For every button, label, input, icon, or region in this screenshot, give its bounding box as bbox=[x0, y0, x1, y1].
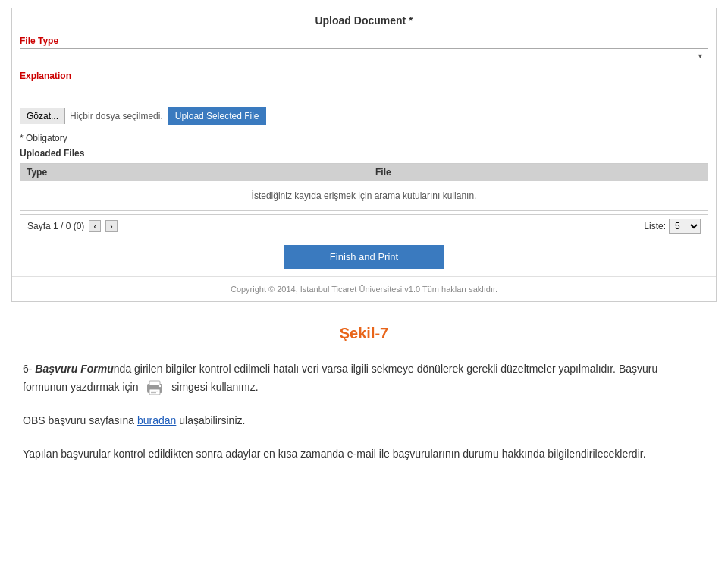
upload-selected-file-button[interactable]: Upload Selected File bbox=[168, 107, 267, 125]
content-area: Şekil-7 6- Başvuru Formunda girilen bilg… bbox=[0, 310, 728, 494]
uploaded-files-table: Type File İstediğiniz kayıda erişmek içi… bbox=[20, 163, 708, 211]
paragraph3: Yapılan başvurular kontrol edildikten so… bbox=[23, 445, 705, 464]
form-panel: Upload Document * File Type Explanation … bbox=[11, 8, 717, 302]
svg-rect-1 bbox=[149, 389, 160, 395]
copyright-bar: Copyright © 2014, İstanbul Ticaret Ünive… bbox=[12, 276, 716, 301]
paragraph2-pre: OBS başvuru sayfasına bbox=[23, 414, 137, 426]
list-size-control: Liste: 5 10 20 bbox=[644, 219, 701, 234]
table-header: Type File bbox=[20, 164, 708, 181]
paragraph1-post2: simgesi kullanınız. bbox=[171, 381, 258, 393]
prev-page-button[interactable]: ‹ bbox=[89, 220, 101, 232]
browse-button[interactable]: Gözat... bbox=[20, 108, 65, 124]
svg-point-5 bbox=[159, 385, 161, 387]
svg-rect-4 bbox=[151, 392, 156, 393]
file-type-label: File Type bbox=[20, 36, 708, 46]
uploaded-files-label: Uploaded Files bbox=[12, 146, 716, 160]
paragraph1-pre-bold: 6- bbox=[23, 363, 35, 375]
file-type-section: File Type bbox=[12, 33, 716, 68]
finish-btn-row: Finish and Print bbox=[12, 237, 716, 276]
obligatory-note: * Obligatory bbox=[12, 130, 716, 146]
paragraph2: OBS başvuru sayfasına buradan ulaşabilir… bbox=[23, 412, 705, 430]
file-type-select-wrapper[interactable] bbox=[20, 48, 708, 64]
paragraph1-suffix: nda girilen bilgiler kontrol edilmeli ha… bbox=[23, 363, 657, 393]
explanation-section: Explanation bbox=[12, 68, 716, 102]
table-empty-message: İstediğiniz kayıda erişmek için arama ku… bbox=[20, 181, 708, 210]
no-file-text: Hiçbir dosya seçilmedi. bbox=[70, 111, 163, 121]
svg-rect-3 bbox=[151, 391, 158, 391]
list-label: Liste: bbox=[644, 221, 666, 231]
paragraph1-bold: Başvuru Formu bbox=[35, 363, 113, 375]
list-size-select[interactable]: 5 10 20 bbox=[669, 219, 701, 234]
file-type-select[interactable] bbox=[20, 48, 708, 64]
pagination-info: Sayfa 1 / 0 (0) bbox=[27, 221, 84, 231]
explanation-label: Explanation bbox=[20, 71, 708, 81]
paragraph1: 6- Başvuru Formunda girilen bilgiler kon… bbox=[23, 360, 705, 397]
next-page-button[interactable]: › bbox=[105, 220, 118, 232]
file-upload-row: Gözat... Hiçbir dosya seçilmedi. Upload … bbox=[12, 102, 716, 130]
paragraph2-post: ulaşabilirsiniz. bbox=[176, 414, 245, 426]
form-title: Upload Document * bbox=[12, 8, 716, 33]
pagination-controls: Sayfa 1 / 0 (0) ‹ › bbox=[27, 220, 118, 232]
table-col-type: Type bbox=[20, 164, 369, 181]
svg-rect-2 bbox=[149, 381, 160, 385]
table-col-file: File bbox=[369, 164, 708, 181]
section-title: Şekil-7 bbox=[23, 325, 705, 342]
finish-and-print-button[interactable]: Finish and Print bbox=[284, 245, 444, 269]
explanation-input[interactable] bbox=[20, 83, 708, 99]
printer-icon bbox=[144, 379, 165, 397]
obs-link[interactable]: buradan bbox=[137, 414, 176, 426]
table-footer: Sayfa 1 / 0 (0) ‹ › Liste: 5 10 20 bbox=[20, 214, 708, 237]
